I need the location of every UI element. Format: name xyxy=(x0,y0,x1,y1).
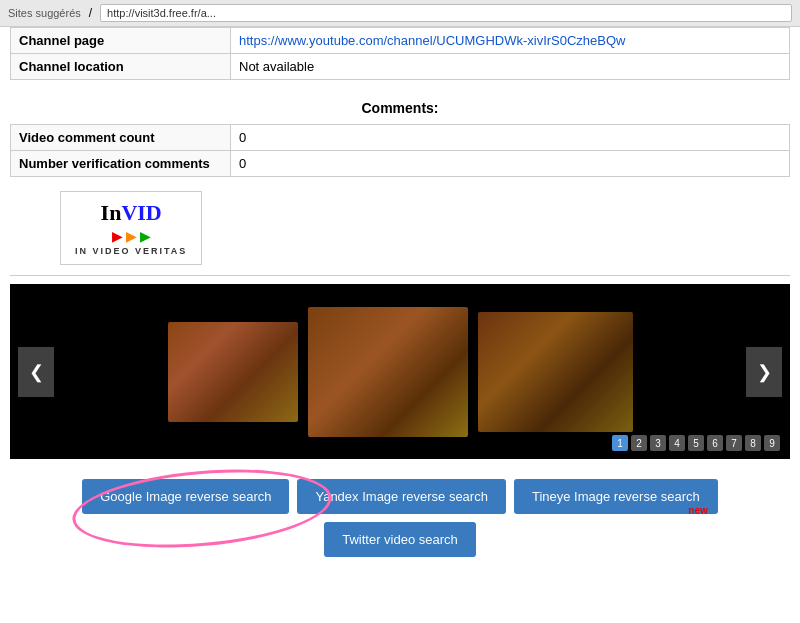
invid-section: In VID ▶ ▶ ▶ IN VIDEO VERITAS xyxy=(60,191,790,265)
buttons-row-2: Twitter video search xyxy=(30,522,770,557)
channel-info-table: Channel page https://www.youtube.com/cha… xyxy=(10,27,790,80)
invid-arrow-red-icon: ▶ xyxy=(112,228,123,244)
carousel-image-1 xyxy=(168,322,298,422)
invid-arrows: ▶ ▶ ▶ xyxy=(112,228,151,244)
comment-count-label: Video comment count xyxy=(11,125,231,151)
page-dot-9[interactable]: 9 xyxy=(764,435,780,451)
sites-label: Sites suggérés xyxy=(8,7,81,19)
url-bar[interactable]: http://visit3d.free.fr/a... xyxy=(100,4,792,22)
page-dot-1[interactable]: 1 xyxy=(612,435,628,451)
invid-tagline: IN VIDEO VERITAS xyxy=(75,246,187,256)
invid-logo: In VID ▶ ▶ ▶ IN VIDEO VERITAS xyxy=(60,191,202,265)
buttons-area: Google Image reverse search Yandex Image… xyxy=(10,469,790,567)
channel-page-link[interactable]: https://www.youtube.com/channel/UCUMGHDW… xyxy=(239,33,626,48)
page-dot-6[interactable]: 6 xyxy=(707,435,723,451)
carousel-images xyxy=(10,284,790,459)
separator-icon: / xyxy=(89,6,92,20)
invid-vid-text: VID xyxy=(121,200,161,226)
invid-arrow-green-icon: ▶ xyxy=(140,228,151,244)
google-reverse-search-button[interactable]: Google Image reverse search xyxy=(82,479,289,514)
invid-in-text: In xyxy=(101,200,122,226)
comment-count-value: 0 xyxy=(231,125,790,151)
channel-page-value: https://www.youtube.com/channel/UCUMGHDW… xyxy=(231,28,790,54)
carousel-prev-button[interactable]: ❮ xyxy=(18,347,54,397)
invid-arrow-orange-icon: ▶ xyxy=(126,228,137,244)
tineye-new-badge: new xyxy=(688,505,707,516)
twitter-video-search-button[interactable]: Twitter video search xyxy=(324,522,476,557)
page-content: Channel page https://www.youtube.com/cha… xyxy=(0,27,800,587)
yandex-reverse-search-button[interactable]: Yandex Image reverse search xyxy=(297,479,505,514)
channel-location-label: Channel location xyxy=(11,54,231,80)
table-row: Number verification comments 0 xyxy=(11,151,790,177)
verification-count-label: Number verification comments xyxy=(11,151,231,177)
carousel-image-2 xyxy=(308,307,468,437)
page-dot-3[interactable]: 3 xyxy=(650,435,666,451)
comments-heading: Comments: xyxy=(10,90,790,124)
table-row: Channel location Not available xyxy=(11,54,790,80)
verification-count-value: 0 xyxy=(231,151,790,177)
carousel-image-3 xyxy=(478,312,633,432)
page-dot-8[interactable]: 8 xyxy=(745,435,761,451)
channel-location-value: Not available xyxy=(231,54,790,80)
table-row: Channel page https://www.youtube.com/cha… xyxy=(11,28,790,54)
page-dot-2[interactable]: 2 xyxy=(631,435,647,451)
channel-page-label: Channel page xyxy=(11,28,231,54)
table-row: Video comment count 0 xyxy=(11,125,790,151)
invid-logo-top: In VID xyxy=(101,200,162,226)
page-dot-7[interactable]: 7 xyxy=(726,435,742,451)
tineye-reverse-search-button[interactable]: Tineye Image reverse search new xyxy=(514,479,718,514)
page-dot-5[interactable]: 5 xyxy=(688,435,704,451)
carousel: ❮ ❯ 1 2 3 4 5 6 7 8 9 xyxy=(10,284,790,459)
comments-table: Video comment count 0 Number verificatio… xyxy=(10,124,790,177)
divider xyxy=(10,275,790,276)
browser-bar: Sites suggérés / http://visit3d.free.fr/… xyxy=(0,0,800,27)
carousel-pagination: 1 2 3 4 5 6 7 8 9 xyxy=(612,435,780,451)
carousel-next-button[interactable]: ❯ xyxy=(746,347,782,397)
page-dot-4[interactable]: 4 xyxy=(669,435,685,451)
buttons-row-1: Google Image reverse search Yandex Image… xyxy=(30,479,770,514)
